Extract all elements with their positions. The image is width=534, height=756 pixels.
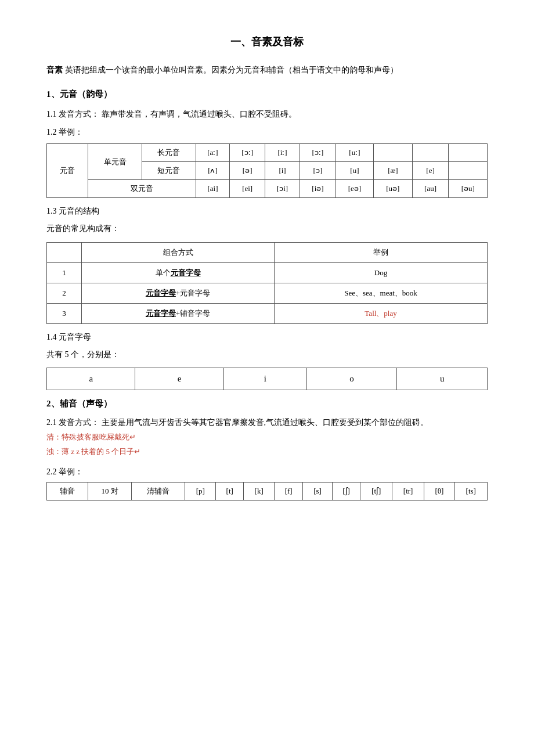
cell-ae: [æ]: [374, 162, 413, 180]
intro-text: 英语把组成一个读音的最小单位叫音素。因素分为元音和辅音（相当于语文中的韵母和声母…: [65, 66, 398, 74]
cell-i-short: [i]: [265, 162, 300, 180]
cell-o2-long: [ɔː]: [300, 144, 336, 162]
section1-title: 1、元音（韵母）: [46, 89, 488, 100]
row2-num: 2: [47, 283, 82, 303]
cell-s: [s]: [303, 483, 332, 501]
bold-yuanyin1: 元音字母: [171, 268, 201, 277]
table-row: a e i o u: [47, 368, 488, 390]
section2-sub1: 2.1 发音方式： 主要是用气流与牙齿舌头等其它器官摩擦发音,气流通过喉头、口腔…: [46, 415, 488, 459]
cell-ts: [ts]: [454, 483, 487, 501]
cell-ou: [əu]: [449, 180, 488, 198]
cell-th: [θ]: [424, 483, 454, 501]
table-row: 元音 单元音 长元音 [aː] [ɔː] [iː] [ɔː] [uː]: [47, 144, 488, 162]
row3-example: Tall、play: [275, 303, 488, 323]
consonant-row: 辅音 10 对 清辅音 [p] [t] [k] [f] [s] [ʃ] [tʃ]…: [47, 483, 488, 501]
cell-k: [k]: [244, 483, 275, 501]
header-example: 举例: [275, 242, 488, 262]
cell-tr: [tr]: [392, 483, 424, 501]
annotation2: 浊：薄 z z 扶着的 5 个日子↵: [46, 447, 140, 456]
row3-num: 3: [47, 303, 82, 323]
vowel-letters-note: 共有 5 个，分别是：: [46, 347, 488, 362]
cell-yuanyin: 元音: [47, 144, 88, 198]
letter-o: o: [306, 368, 397, 390]
header-combo: 组合方式: [82, 242, 275, 262]
cell-ai: [ai]: [196, 180, 230, 198]
cell-10dui: 10 对: [88, 483, 132, 501]
section2-title: 2、辅音（声母）: [46, 398, 488, 409]
row2-example: See、sea、meat、book: [275, 283, 488, 303]
sub4-label: 1.4 元音字母: [46, 332, 488, 343]
cell-schwa: [ə]: [230, 162, 265, 180]
sub2-label2: 2.2 举例：: [46, 467, 488, 477]
cell-o-long: [ɔː]: [230, 144, 265, 162]
cell-changyuanyin: 长元音: [142, 144, 196, 162]
intro-paragraph: 音素 英语把组成一个读音的最小单位叫音素。因素分为元音和辅音（相当于语文中的韵母…: [46, 63, 488, 77]
cell-empty2: [412, 144, 449, 162]
cell-sh: [ʃ]: [332, 483, 360, 501]
vowel-phoneme-table: 元音 单元音 长元音 [aː] [ɔː] [iː] [ɔː] [uː] 短元音 …: [46, 143, 488, 198]
structure-note: 元音的常见构成有：: [46, 221, 488, 236]
letter-e: e: [135, 368, 223, 390]
letter-u: u: [397, 368, 488, 390]
cell-o-short: [ɔ]: [300, 162, 336, 180]
annotation1: 清：特殊披客服吃屎戴死↵: [46, 433, 136, 441]
table-row: 双元音 [ai] [ei] [ɔi] [iə] [eə] [uə] [au] […: [47, 180, 488, 198]
cell-u-long: [uː]: [335, 144, 373, 162]
letter-i: i: [223, 368, 306, 390]
sub1-label2: 2.1 发音方式：: [46, 418, 99, 427]
page-title: 一、音素及音标: [46, 35, 488, 49]
sub2-label: 1.2 举例：: [46, 127, 488, 138]
cell-duanyuanyin: 短元音: [142, 162, 196, 180]
cell-danyuanyin: 单元音: [88, 144, 142, 180]
cell-qingfuyin: 清辅音: [132, 483, 185, 501]
consonant-table: 辅音 10 对 清辅音 [p] [t] [k] [f] [s] [ʃ] [tʃ]…: [46, 482, 488, 501]
cell-empty1: [374, 144, 413, 162]
cell-a-long: [aː]: [196, 144, 230, 162]
table-row: 1 单个元音字母 Dog: [47, 262, 488, 283]
cell-shuangyuanyin: 双元音: [88, 180, 196, 198]
row1-example: Dog: [275, 262, 488, 283]
header-empty: [47, 242, 82, 262]
cell-u-short: [u]: [335, 162, 373, 180]
letter-a: a: [47, 368, 135, 390]
cell-ei: [ei]: [230, 180, 265, 198]
table-row: 3 元音字母+辅音字母 Tall、play: [47, 303, 488, 323]
row3-combo: 元音字母+辅音字母: [82, 303, 275, 323]
row1-combo: 单个元音字母: [82, 262, 275, 283]
cell-p: [p]: [185, 483, 216, 501]
bold-yuanyin3: 元音字母: [146, 309, 176, 318]
cell-empty4: [449, 162, 488, 180]
row1-num: 1: [47, 262, 82, 283]
cell-oi: [ɔi]: [265, 180, 300, 198]
sub1-label: 1.1 发音方式：: [46, 110, 99, 118]
table-row-header: 组合方式 举例: [47, 242, 488, 262]
section1-sub1: 1.1 发音方式： 靠声带发音，有声调，气流通过喉头、口腔不受阻碍。: [46, 107, 488, 121]
cell-t: [t]: [216, 483, 244, 501]
bold-yuanyin2: 元音字母: [146, 289, 176, 297]
row2-combo: 元音字母+元音字母: [82, 283, 275, 303]
cell-e: [e]: [412, 162, 449, 180]
table-row: 2 元音字母+元音字母 See、sea、meat、book: [47, 283, 488, 303]
cell-ea: [eə]: [335, 180, 373, 198]
cell-empty3: [449, 144, 488, 162]
cell-fuyin: 辅音: [47, 483, 88, 501]
cell-a-short: [ʌ]: [196, 162, 230, 180]
cell-ue: [uə]: [374, 180, 413, 198]
cell-f: [f]: [275, 483, 303, 501]
vowel-letters-table: a e i o u: [46, 368, 488, 390]
intro-bold-label: 音素: [46, 66, 63, 74]
cell-au: [au]: [412, 180, 449, 198]
cell-i-long: [iː]: [265, 144, 300, 162]
sub3-label: 1.3 元音的结构: [46, 206, 488, 217]
cell-ie: [iə]: [300, 180, 336, 198]
vowel-combo-table: 组合方式 举例 1 单个元音字母 Dog 2 元音字母+元音字母 See、sea…: [46, 242, 488, 324]
cell-tsh: [tʃ]: [360, 483, 392, 501]
sub1-text: 靠声带发音，有声调，气流通过喉头、口腔不受阻碍。: [102, 110, 297, 118]
sub1-text2: 主要是用气流与牙齿舌头等其它器官摩擦发音,气流通过喉头、口腔要受到某个部位的阻碍…: [102, 418, 429, 427]
